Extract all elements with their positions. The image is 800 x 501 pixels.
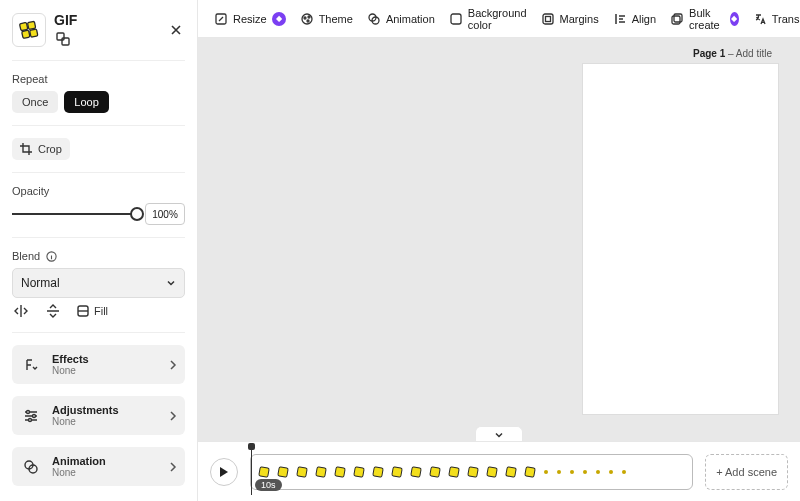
blend-label: Blend — [12, 250, 40, 262]
playhead[interactable] — [251, 443, 252, 495]
flip-horizontal-icon[interactable] — [12, 302, 30, 320]
panel-title: GIF — [54, 12, 77, 28]
align-icon — [613, 12, 627, 26]
play-icon — [219, 466, 229, 478]
svg-rect-23 — [672, 16, 680, 24]
svg-rect-5 — [62, 38, 69, 45]
svg-rect-20 — [451, 14, 461, 24]
theme-button[interactable]: Theme — [300, 12, 353, 26]
svg-rect-22 — [545, 16, 550, 21]
flip-vertical-icon[interactable] — [44, 302, 62, 320]
bulk-create-button[interactable]: Bulk create ◆ — [670, 7, 739, 31]
theme-icon — [300, 12, 314, 26]
premium-icon: ◆ — [730, 12, 739, 26]
asset-thumbnail — [12, 13, 46, 47]
info-icon[interactable] — [46, 251, 57, 262]
svg-rect-24 — [674, 14, 682, 22]
resize-button[interactable]: Resize ◆ — [214, 12, 286, 26]
effects-row[interactable]: EffectsNone — [12, 345, 185, 384]
play-button[interactable] — [210, 458, 238, 486]
svg-point-15 — [304, 17, 306, 19]
svg-rect-4 — [57, 33, 64, 40]
crop-icon — [20, 143, 32, 155]
resize-icon — [214, 12, 228, 26]
svg-rect-1 — [27, 21, 35, 29]
collapse-timeline-button[interactable] — [475, 426, 523, 441]
repeat-once-button[interactable]: Once — [12, 91, 58, 113]
opacity-label: Opacity — [12, 185, 185, 197]
translate-icon — [753, 12, 767, 26]
properties-sidebar: GIF Repeat Once Loop Crop — [0, 0, 198, 501]
chevron-down-icon — [166, 278, 176, 288]
repeat-section: Repeat Once Loop — [12, 73, 185, 113]
chevron-right-icon — [169, 360, 177, 370]
duration-badge: 10s — [255, 479, 282, 491]
page-label[interactable]: Page 1 – Add title — [693, 48, 772, 59]
svg-rect-3 — [30, 29, 38, 37]
svg-point-10 — [29, 418, 32, 421]
canvas-area[interactable]: Page 1 – Add title — [198, 38, 800, 441]
margins-button[interactable]: Margins — [541, 12, 599, 26]
opacity-value[interactable]: 100% — [145, 203, 185, 225]
bulk-icon — [670, 12, 684, 26]
frames-strip[interactable]: 10s — [250, 454, 693, 490]
svg-rect-21 — [543, 14, 553, 24]
close-icon[interactable] — [167, 21, 185, 39]
animation-icon — [20, 456, 42, 478]
repeat-label: Repeat — [12, 73, 185, 85]
align-button[interactable]: Align — [613, 12, 656, 26]
translate-button[interactable]: Translate NEW — [753, 12, 800, 26]
svg-rect-0 — [20, 22, 28, 30]
svg-point-16 — [308, 16, 310, 18]
background-icon — [449, 12, 463, 26]
gif-frames-icon[interactable] — [54, 30, 72, 48]
animation-button[interactable]: Animation — [367, 12, 435, 26]
chevron-right-icon — [169, 462, 177, 472]
animation-icon — [367, 12, 381, 26]
chevron-down-icon — [494, 430, 504, 440]
crop-button[interactable]: Crop — [12, 138, 70, 160]
adjustments-icon — [20, 405, 42, 427]
blend-select[interactable]: Normal — [12, 268, 185, 298]
premium-icon: ◆ — [272, 12, 286, 26]
opacity-slider[interactable] — [12, 205, 137, 223]
page-canvas[interactable] — [583, 64, 778, 414]
svg-point-8 — [27, 410, 30, 413]
background-color-button[interactable]: Background color — [449, 7, 527, 31]
effects-icon — [20, 354, 42, 376]
svg-point-14 — [302, 14, 312, 24]
blend-section: Blend Normal Fill — [12, 250, 185, 320]
svg-rect-2 — [22, 30, 30, 38]
fill-tool-icon[interactable]: Fill — [76, 302, 108, 320]
animation-row[interactable]: AnimationNone — [12, 447, 185, 486]
margins-icon — [541, 12, 555, 26]
chevron-right-icon — [169, 411, 177, 421]
svg-point-17 — [307, 20, 309, 22]
top-toolbar: Resize ◆ Theme Animation Background colo… — [198, 0, 800, 38]
add-scene-button[interactable]: + Add scene — [705, 454, 788, 490]
repeat-loop-button[interactable]: Loop — [64, 91, 108, 113]
timeline: 10s + Add scene — [198, 441, 800, 501]
adjustments-row[interactable]: AdjustmentsNone — [12, 396, 185, 435]
opacity-section: Opacity 100% — [12, 185, 185, 225]
svg-point-9 — [33, 414, 36, 417]
